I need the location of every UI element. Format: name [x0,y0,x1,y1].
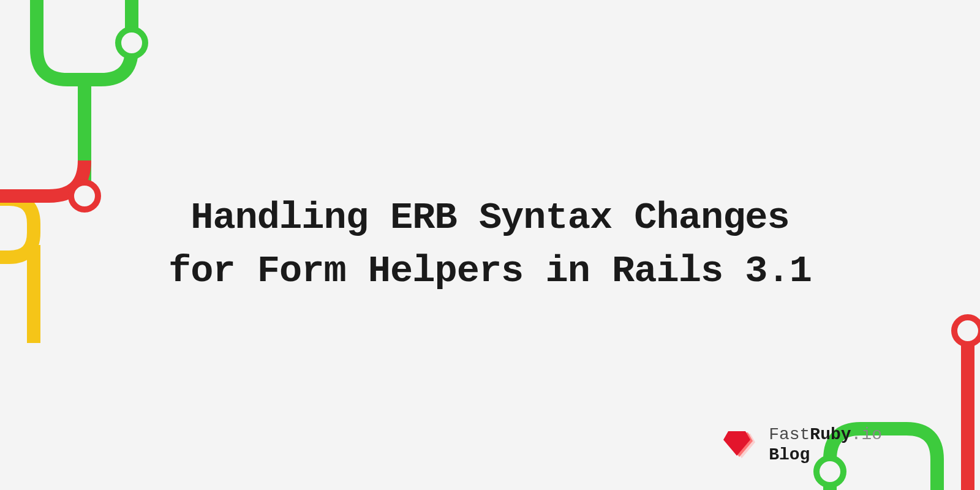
svg-point-0 [118,29,145,56]
brand-text: FastRuby.io Blog [769,424,882,466]
brand-name: FastRuby.io [769,424,882,445]
decoration-top-left [0,0,172,343]
page-title: Handling ERB Syntax Changes for Form Hel… [153,192,827,298]
brand-logo: FastRuby.io Blog [720,424,882,466]
brand-subtitle: Blog [769,445,882,466]
svg-point-1 [71,183,98,209]
svg-point-3 [954,317,980,344]
ruby-icon [720,429,758,461]
